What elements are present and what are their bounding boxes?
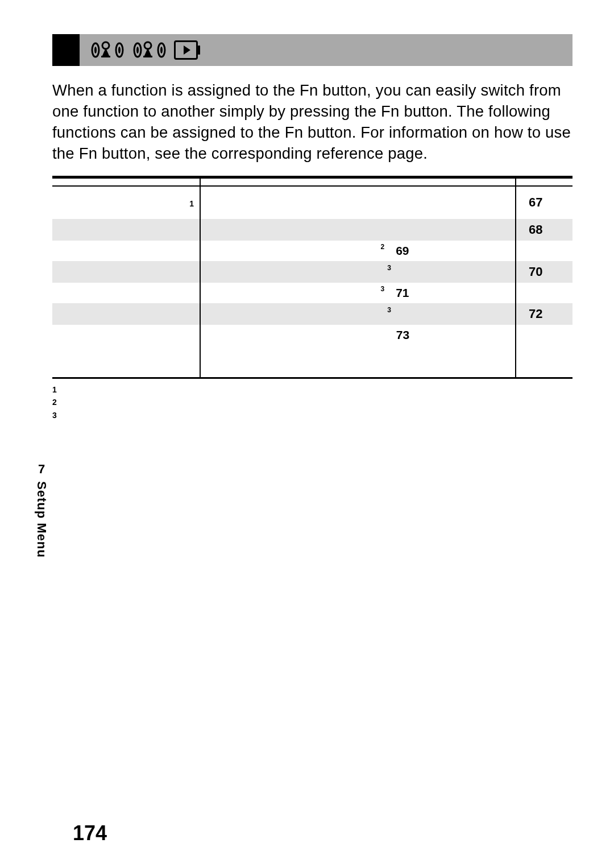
table-row: 73: [52, 325, 572, 345]
footnote-marker: 1: [52, 383, 60, 396]
page-number: 174: [73, 821, 107, 845]
footnote-marker: 3: [52, 409, 60, 421]
svg-rect-3: [101, 56, 110, 57]
footnote-marker: 2: [52, 396, 60, 408]
page-ref: 70: [529, 264, 542, 279]
section-name: Setup Menu: [34, 481, 49, 558]
table-row: [52, 345, 572, 378]
table-row: 371: [52, 283, 572, 303]
svg-point-11: [160, 47, 163, 53]
mode-glyph-icon: [132, 39, 168, 61]
mode-icons-group: [90, 39, 198, 61]
mode-glyph-icon: [90, 39, 126, 61]
page-ref: 73: [396, 328, 409, 341]
page-ref: 67: [529, 195, 542, 209]
svg-rect-9: [143, 56, 152, 57]
playback-icon: [174, 40, 198, 60]
table-row: 1 67: [52, 186, 572, 219]
footnote-ref: 3: [387, 306, 391, 314]
fn-functions-table: 1 67 68 269 3 70 371 3 72: [52, 176, 572, 379]
header-bar: [52, 34, 572, 66]
table-row: 68: [52, 219, 572, 241]
header-black-block: [52, 34, 80, 66]
footnote-ref: 2: [380, 243, 384, 251]
svg-point-7: [136, 47, 139, 53]
section-tab: 7 Setup Menu: [34, 462, 49, 558]
table-row: 3 72: [52, 303, 572, 325]
svg-point-1: [94, 47, 97, 53]
footnote-ref: 3: [380, 285, 384, 293]
table-row: 3 70: [52, 261, 572, 283]
svg-point-5: [118, 47, 121, 53]
footnotes: 1 2 3: [52, 383, 572, 421]
intro-paragraph: When a function is assigned to the Fn bu…: [52, 80, 572, 164]
footnote-ref: 3: [387, 264, 391, 272]
page-ref: 69: [396, 244, 409, 257]
page-ref: 72: [529, 307, 542, 321]
section-number: 7: [38, 462, 45, 477]
page-ref: 71: [396, 286, 409, 299]
page-ref: 68: [529, 222, 542, 237]
table-row: 269: [52, 241, 572, 261]
footnote-ref: 1: [189, 199, 194, 208]
